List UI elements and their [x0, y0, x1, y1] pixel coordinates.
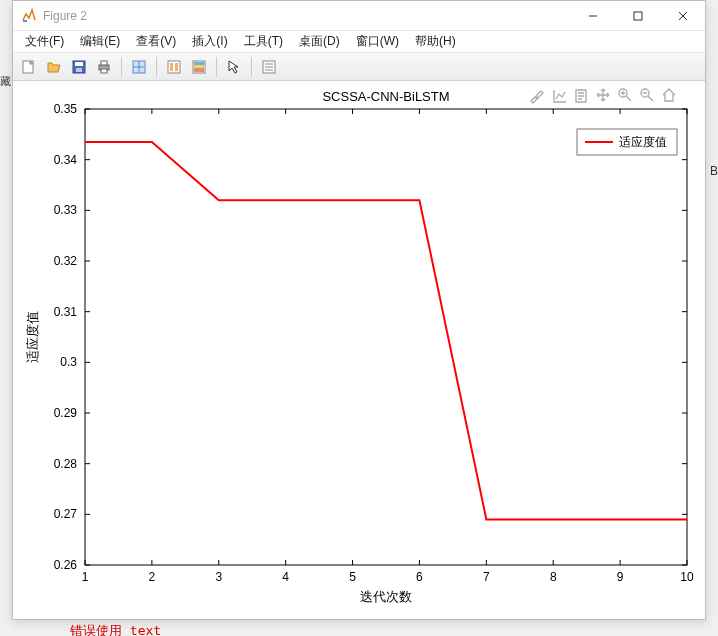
- data-cursor-button[interactable]: [127, 55, 151, 79]
- ytick-label: 0.29: [54, 406, 78, 420]
- matlab-icon: [21, 8, 37, 24]
- svg-rect-19: [194, 65, 204, 68]
- menu-view[interactable]: 查看(V): [128, 31, 184, 52]
- svg-rect-9: [101, 61, 107, 65]
- menu-help[interactable]: 帮助(H): [407, 31, 464, 52]
- xtick-label: 3: [215, 570, 222, 584]
- menu-desktop[interactable]: 桌面(D): [291, 31, 348, 52]
- arrow-button[interactable]: [222, 55, 246, 79]
- xtick-label: 7: [483, 570, 490, 584]
- ytick-label: 0.26: [54, 558, 78, 572]
- chart-title: SCSSA-CNN-BiLSTM: [322, 89, 449, 104]
- y-axis-label: 适应度值: [25, 311, 40, 363]
- zoom-in-icon[interactable]: [619, 89, 631, 101]
- x-axis-label: 迭代次数: [360, 589, 412, 604]
- titlebar: Figure 2: [13, 1, 705, 31]
- new-figure-button[interactable]: [17, 55, 41, 79]
- ytick-label: 0.27: [54, 507, 78, 521]
- xtick-label: 6: [416, 570, 423, 584]
- left-edge-fragment: 藏: [0, 74, 10, 89]
- toolbar-separator: [216, 57, 217, 77]
- ytick-label: 0.28: [54, 457, 78, 471]
- menu-edit[interactable]: 编辑(E): [72, 31, 128, 52]
- ytick-label: 0.34: [54, 153, 78, 167]
- menu-tools[interactable]: 工具(T): [236, 31, 291, 52]
- brush-icon[interactable]: [531, 91, 543, 103]
- edit-plot-icon[interactable]: [554, 90, 566, 102]
- minimize-button[interactable]: [570, 1, 615, 31]
- toolbar-separator: [156, 57, 157, 77]
- menu-insert[interactable]: 插入(I): [184, 31, 235, 52]
- svg-rect-10: [101, 69, 107, 73]
- xtick-label: 9: [617, 570, 624, 584]
- menu-file[interactable]: 文件(F): [17, 31, 72, 52]
- svg-rect-7: [76, 68, 82, 72]
- close-button[interactable]: [660, 1, 705, 31]
- xtick-label: 2: [149, 570, 156, 584]
- toolbar-separator: [251, 57, 252, 77]
- toolbar: [13, 53, 705, 81]
- error-text: 错误使用 text: [70, 622, 161, 636]
- colorbar-button[interactable]: [187, 55, 211, 79]
- home-icon[interactable]: [663, 89, 675, 101]
- menubar: 文件(F) 编辑(E) 查看(V) 插入(I) 工具(T) 桌面(D) 窗口(W…: [13, 31, 705, 53]
- xtick-label: 8: [550, 570, 557, 584]
- svg-rect-14: [168, 61, 180, 73]
- xtick-label: 5: [349, 570, 356, 584]
- axes-box: [85, 109, 687, 565]
- open-button[interactable]: [42, 55, 66, 79]
- svg-rect-16: [175, 63, 178, 71]
- plot-area: 123456789100.260.270.280.290.30.310.320.…: [13, 81, 705, 619]
- ytick-label: 0.35: [54, 102, 78, 116]
- menu-window[interactable]: 窗口(W): [348, 31, 407, 52]
- toolbar-separator: [121, 57, 122, 77]
- print-button[interactable]: [92, 55, 116, 79]
- notes-icon[interactable]: [576, 90, 586, 102]
- property-button[interactable]: [257, 55, 281, 79]
- zoom-out-icon[interactable]: [641, 89, 653, 101]
- ytick-label: 0.33: [54, 203, 78, 217]
- maximize-button[interactable]: [615, 1, 660, 31]
- figure-window: Figure 2 文件(F) 编辑(E) 查看(V) 插入(I) 工具(T) 桌…: [12, 0, 706, 620]
- svg-rect-1: [634, 12, 642, 20]
- svg-rect-15: [170, 63, 173, 71]
- link-button[interactable]: [162, 55, 186, 79]
- chart-svg[interactable]: 123456789100.260.270.280.290.30.310.320.…: [13, 81, 705, 615]
- svg-rect-6: [75, 62, 83, 66]
- xtick-label: 10: [680, 570, 694, 584]
- xtick-label: 1: [82, 570, 89, 584]
- xtick-label: 4: [282, 570, 289, 584]
- svg-rect-18: [194, 62, 204, 65]
- ytick-label: 0.3: [60, 355, 77, 369]
- right-edge-fragment: B: [710, 164, 718, 178]
- ytick-label: 0.32: [54, 254, 78, 268]
- svg-rect-20: [194, 68, 204, 72]
- ytick-label: 0.31: [54, 305, 78, 319]
- pan-icon[interactable]: [597, 89, 609, 101]
- legend-label: 适应度值: [619, 135, 667, 149]
- save-button[interactable]: [67, 55, 91, 79]
- window-title: Figure 2: [43, 9, 87, 23]
